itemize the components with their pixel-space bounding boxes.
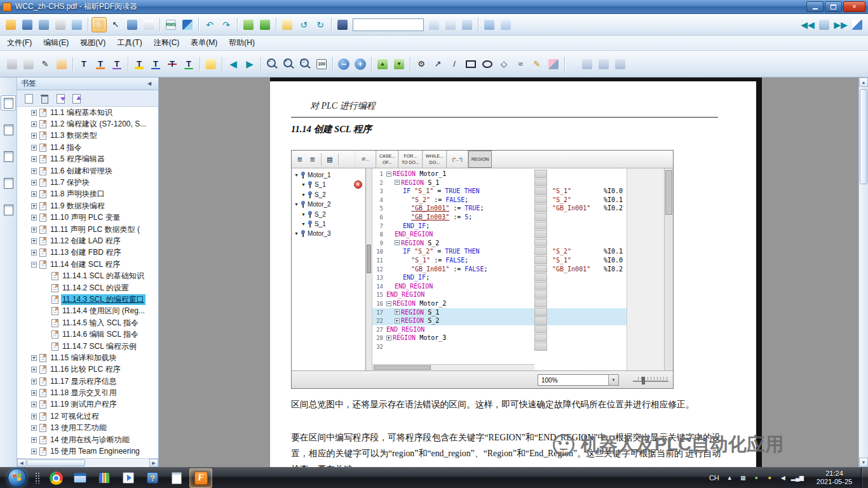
- bookmark-expander-icon[interactable]: [31, 414, 37, 419]
- rectangle-tool-icon[interactable]: [463, 57, 478, 72]
- collapse-icon[interactable]: ▼: [294, 231, 299, 236]
- scl-tab[interactable]: (*...*): [447, 151, 468, 168]
- bookmark-item[interactable]: 14 使用在线与诊断功能: [17, 434, 158, 445]
- taskbar-media-icon[interactable]: [117, 468, 140, 488]
- bookmark-item[interactable]: 11.19 测试用户程序: [17, 399, 158, 410]
- eraser-tool-icon[interactable]: [546, 57, 561, 72]
- bookmark-expander-icon[interactable]: [31, 156, 37, 162]
- show-desktop-button[interactable]: [861, 468, 868, 488]
- fold-icon[interactable]: [395, 240, 400, 245]
- arrow-tool-icon[interactable]: ↗: [430, 57, 445, 72]
- save-as-icon[interactable]: [36, 17, 51, 32]
- bookmark-expander-icon[interactable]: [31, 355, 37, 361]
- bookmark-item[interactable]: 11.14.1 SCL 的基础知识: [17, 270, 158, 281]
- find-icon[interactable]: [335, 17, 350, 32]
- pdf-vscrollbar[interactable]: ▲ ▼: [858, 78, 868, 467]
- scroll-down-icon[interactable]: ▼: [859, 458, 868, 467]
- skin-icon[interactable]: [850, 17, 865, 32]
- bookmark-expander-icon[interactable]: [31, 437, 37, 443]
- undo-icon[interactable]: ↶: [202, 17, 217, 32]
- menu-item[interactable]: 编辑(E): [37, 36, 74, 50]
- print-icon[interactable]: [53, 17, 68, 32]
- bookmark-expander-icon[interactable]: [31, 390, 37, 396]
- bookmark-item[interactable]: 11.8 声明块接口: [17, 189, 158, 200]
- menu-item[interactable]: 表单(M): [185, 36, 223, 50]
- bookmark-expander-icon[interactable]: [31, 203, 37, 209]
- snippets-icon[interactable]: ▤: [323, 153, 336, 166]
- menu-item[interactable]: 工具(T): [111, 36, 147, 50]
- pencil-tool-icon[interactable]: ✎: [529, 57, 545, 72]
- start-button[interactable]: [8, 468, 27, 487]
- region-tree-item[interactable]: ▼Motor_1: [292, 170, 365, 180]
- strikeout-text-icon[interactable]: T: [165, 57, 180, 72]
- actual-size-icon[interactable]: 100: [314, 57, 329, 72]
- bookmark-item[interactable]: 11.14.4 使用区间 (Reg...: [17, 306, 158, 317]
- squiggly-text-icon[interactable]: T: [181, 57, 196, 72]
- email-icon[interactable]: [69, 17, 85, 32]
- safety-icon[interactable]: ●: [751, 473, 762, 483]
- bookmark-item[interactable]: 11.5 程序编辑器: [17, 154, 158, 165]
- delete-bookmark-icon[interactable]: [39, 93, 50, 104]
- region-tree-item[interactable]: ▼S_1: [292, 219, 365, 229]
- underline-text-icon[interactable]: T: [148, 57, 163, 72]
- bookmark-expander-icon[interactable]: [31, 250, 37, 255]
- bookmark-options-icon[interactable]: [23, 93, 34, 104]
- attachments-panel-icon[interactable]: [1, 175, 16, 191]
- menu-item[interactable]: 帮助(H): [223, 36, 261, 50]
- bookmark-expander-icon[interactable]: [31, 215, 37, 220]
- bookmark-item[interactable]: 11.14 创建 SCL 程序: [17, 259, 158, 270]
- open-icon[interactable]: [3, 17, 18, 32]
- textbox-icon[interactable]: T: [109, 57, 125, 72]
- collapse-icon[interactable]: ▼: [301, 222, 306, 226]
- read-aloud-icon[interactable]: [817, 17, 832, 32]
- collapse-icon[interactable]: ▼: [301, 193, 306, 197]
- comment-bubble-icon[interactable]: [203, 57, 219, 72]
- pages-panel-icon[interactable]: [1, 122, 16, 137]
- previous-view-icon[interactable]: ◀: [226, 57, 241, 72]
- insert-pages-icon[interactable]: ▲: [375, 57, 390, 72]
- alert-icon[interactable]: ●: [764, 473, 775, 483]
- bookmarks-hscrollbar[interactable]: ◀ ▶: [17, 458, 158, 467]
- bookmark-item[interactable]: 11.1 编程基本知识: [17, 107, 158, 118]
- fold-icon[interactable]: [395, 180, 400, 185]
- bookmark-expander-icon[interactable]: [31, 367, 37, 372]
- hand-tool-icon[interactable]: [92, 17, 107, 32]
- zoom-out-tool-icon[interactable]: −: [264, 57, 280, 72]
- play-media-icon[interactable]: [257, 17, 273, 32]
- rotate-right-icon[interactable]: ↻: [313, 17, 328, 32]
- scroll-left-icon[interactable]: ◀: [17, 459, 26, 467]
- advanced-search-icon[interactable]: [459, 17, 475, 32]
- bookmark-item[interactable]: 12 可视化过程: [17, 410, 158, 422]
- extract-pages-icon[interactable]: ▼: [391, 57, 407, 72]
- region-tree-item[interactable]: ▼S_2: [292, 190, 365, 200]
- zoom-out-icon[interactable]: −: [336, 57, 351, 72]
- bookmark-expander-icon[interactable]: [31, 262, 37, 268]
- magnifier-icon[interactable]: [498, 17, 513, 32]
- distance-tool-icon[interactable]: [580, 57, 595, 72]
- pdf-view-area[interactable]: 对 PLC 进行编程 11.14 创建 SCL 程序 ≡≡▤ IF...CASE…: [159, 78, 868, 467]
- layers-panel-icon[interactable]: [1, 149, 16, 164]
- region-tree-item[interactable]: ▼Motor_3: [292, 229, 365, 238]
- oval-tool-icon[interactable]: [480, 57, 495, 72]
- collapse-icon[interactable]: ▼: [294, 202, 299, 207]
- hidden-icons-chevron-icon[interactable]: ▲: [724, 473, 735, 483]
- bookmark-item[interactable]: 11.17 显示程序信息: [17, 376, 158, 387]
- bookmark-item[interactable]: 11.15 编译和加载块: [17, 352, 158, 363]
- scroll-up-icon[interactable]: ▲: [859, 78, 868, 87]
- tree-vscrollbar[interactable]: [366, 168, 372, 370]
- zoom-dropdown-icon[interactable]: ▼: [608, 375, 618, 385]
- bookmark-item[interactable]: 11.13 创建 FBD 程序: [17, 247, 158, 259]
- taskbar-foxit-icon[interactable]: F: [189, 468, 212, 488]
- stamp-icon[interactable]: [54, 57, 69, 72]
- slider-thumb[interactable]: [642, 377, 645, 384]
- bookmark-expander-icon[interactable]: [31, 425, 37, 431]
- minimize-button[interactable]: [806, 1, 824, 12]
- bookmark-expander-icon[interactable]: [31, 168, 37, 174]
- expand-bookmark-icon[interactable]: [55, 93, 66, 104]
- fold-icon[interactable]: [395, 318, 400, 323]
- bookmark-item[interactable]: 11.6 创建和管理块: [17, 165, 158, 177]
- editor-vscrollbar[interactable]: [664, 168, 673, 370]
- rms-protect-icon[interactable]: RMS: [163, 17, 179, 32]
- scroll-thumb[interactable]: [367, 245, 371, 273]
- bookmark-expander-icon[interactable]: [31, 227, 37, 233]
